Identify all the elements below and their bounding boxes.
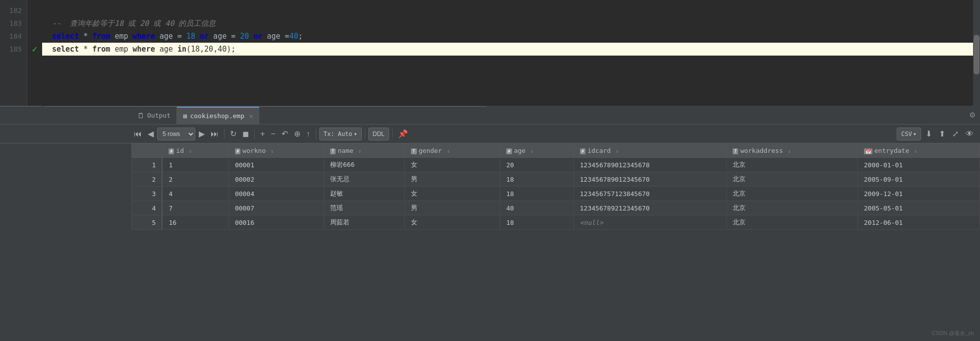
cell-workno: 00016 [229,215,324,230]
th-name[interactable]: Tname ⇕ [324,144,405,158]
cell-idcard: <null> [574,215,726,230]
comment-text: -- 查询年龄等于18 或 20 或 40 的员工信息 [52,17,216,30]
table-row[interactable]: 1100001柳岩666女20123456789012345678北京2000-… [132,158,980,172]
kw-select-2: select [52,43,79,56]
tabs-row: 🗒 Output ⊞ cookieshop.emp ✕ [0,107,980,125]
th-rownum [132,144,163,158]
tx-auto-btn[interactable]: Tx: Auto ▾ [319,128,362,140]
table-row[interactable]: 51600016周茹若女18<null>北京2012-06-01 [132,215,980,230]
num-18-1: 18 [186,30,195,43]
csv-btn[interactable]: CSV ▾ [897,128,921,140]
sep-2 [254,129,255,139]
code-line-183: -- 查询年龄等于18 或 20 或 40 的员工信息 [42,17,980,30]
th-id[interactable]: #id ⇕ [162,144,229,158]
nav-next-btn[interactable]: ▶ [196,128,207,140]
cell-name: 范瑶 [324,201,405,215]
nav-first-btn[interactable]: ⏮ [131,128,144,140]
kw-from: from [92,30,110,43]
cell-age: 18 [500,172,574,187]
line-num-184: 184 [0,30,27,43]
cell-workno: 00007 [229,201,324,215]
tab-cookieshop-emp[interactable]: ⊞ cookieshop.emp ✕ [177,107,259,125]
bottom-panel: ⚙ 🗒 Output ⊞ cookieshop.emp ✕ ⏮ ◀ 5 rows… [0,107,980,341]
cell-workaddress: 北京 [726,215,858,230]
kw-in: in [177,43,186,56]
cell-idcard: 123456789012345670 [574,172,726,187]
cell-name: 赵敏 [324,187,405,201]
code-lines[interactable]: -- 查询年龄等于18 或 20 或 40 的员工信息 select * fro… [42,0,980,106]
line-num-183: 183 [0,17,27,30]
cell-workno: 00002 [229,172,324,187]
revert-btn[interactable]: ↶ [279,128,290,140]
sep-5 [392,129,393,139]
th-idcard[interactable]: #idcard ⇕ [574,144,726,158]
cell-id: 16 [162,215,229,230]
delete-row-btn[interactable]: − [268,128,278,140]
table-body: 1100001柳岩666女20123456789012345678北京2000-… [132,158,980,230]
scrollbar-thumb-v[interactable] [974,35,980,74]
gutter-183 [27,17,42,30]
cell-rownum: 3 [132,187,163,201]
cell-gender: 女 [405,187,500,201]
cell-workno: 00001 [229,158,324,172]
cell-age: 18 [500,187,574,201]
table-tab-icon: ⊞ [183,112,187,120]
data-table: #id ⇕ #workno ⇕ Tname ⇕ Tgender ⇕ #age ⇕… [131,143,980,230]
th-workaddress[interactable]: Tworkaddress ⇕ [726,144,858,158]
csv-chevron: ▾ [913,131,917,137]
num-20: 20 [240,30,249,43]
eye-btn[interactable]: 👁 [963,128,976,140]
gutter-icons: ✓ [27,0,42,106]
cell-gender: 女 [405,158,500,172]
rows-select[interactable]: 5 rows 10 rows 20 rows [157,128,195,140]
cell-entrydate: 2012-06-01 [858,215,980,230]
cell-idcard: 123456789212345670 [574,201,726,215]
vertical-scrollbar[interactable] [973,0,980,107]
export-down-btn[interactable]: ⬇ [923,128,934,140]
th-gender[interactable]: Tgender ⇕ [405,144,500,158]
th-entrydate[interactable]: 📅entrydate ⇕ [858,144,980,158]
nav-last-btn[interactable]: ⏭ [208,128,221,140]
cell-name: 柳岩666 [324,158,405,172]
cell-entrydate: 2005-09-01 [858,172,980,187]
cell-age: 20 [500,158,574,172]
tab-output[interactable]: 🗒 Output [131,107,177,125]
cell-workaddress: 北京 [726,187,858,201]
cell-rownum: 4 [132,201,163,215]
th-workno[interactable]: #workno ⇕ [229,144,324,158]
table-row[interactable]: 4700007范瑶男40123456789212345670北京2005-05-… [132,201,980,215]
copy-btn[interactable]: ⊕ [291,128,303,140]
cell-workaddress: 北京 [726,201,858,215]
code-line-184: select * from emp where age = 18 or age … [42,30,980,43]
tab-table-label: cookieshop.emp [190,112,244,120]
watermark: CSDN @落水_zh [932,330,974,337]
num-40: 40 [289,30,298,43]
add-row-btn[interactable]: + [258,128,267,140]
kw-where: where [133,30,155,43]
cell-gender: 男 [405,201,500,215]
expand-btn[interactable]: ⤢ [950,128,961,140]
apply-btn[interactable]: ↑ [304,128,313,140]
nav-prev-btn[interactable]: ◀ [145,128,156,140]
cell-age: 40 [500,201,574,215]
refresh-btn[interactable]: ↻ [228,128,239,140]
gear-icon[interactable]: ⚙ [970,109,975,120]
table-row[interactable]: 3400004赵敏女18123456757123845670北京2009-12-… [132,187,980,201]
cell-id: 4 [162,187,229,201]
export-up-btn[interactable]: ⬆ [936,128,948,140]
table-row[interactable]: 2200002张无忌男18123456789012345670北京2005-09… [132,172,980,187]
th-age[interactable]: #age ⇕ [500,144,574,158]
sep-4 [365,129,365,139]
tab-close-icon[interactable]: ✕ [249,113,253,120]
cell-idcard: 123456757123845670 [574,187,726,201]
num-18-2: 18 [191,43,200,56]
table-header-row: #id ⇕ #workno ⇕ Tname ⇕ Tgender ⇕ #age ⇕… [132,144,980,158]
stop-btn[interactable]: ◼ [240,128,251,140]
pin-btn[interactable]: 📌 [396,128,410,140]
gutter-185: ✓ [27,43,42,56]
num-20-2: 20 [204,43,213,56]
ddl-btn[interactable]: DDL [368,128,389,140]
kw-select: select [52,30,79,43]
cell-rownum: 5 [132,215,163,230]
sep-1 [224,129,225,139]
